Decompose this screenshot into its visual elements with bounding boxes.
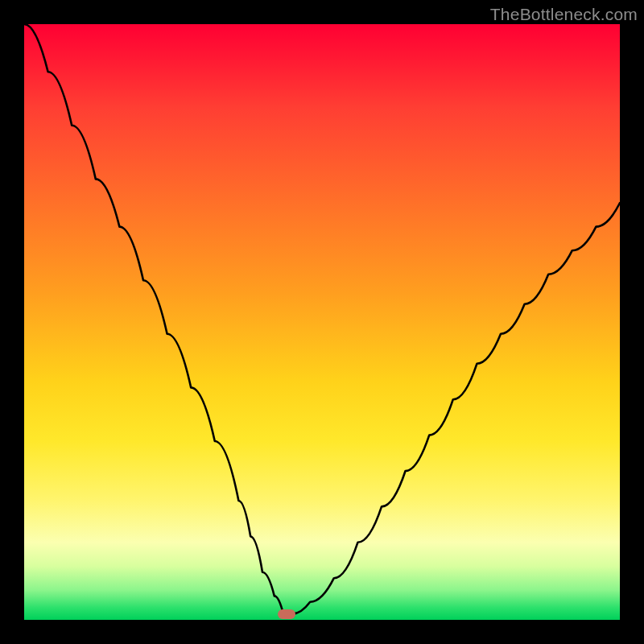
chart-frame: TheBottleneck.com xyxy=(0,0,644,644)
minimum-marker xyxy=(278,609,295,619)
watermark-text: TheBottleneck.com xyxy=(490,5,638,24)
curve-path xyxy=(24,24,620,614)
bottleneck-curve xyxy=(24,24,620,620)
plot-area xyxy=(24,24,620,620)
